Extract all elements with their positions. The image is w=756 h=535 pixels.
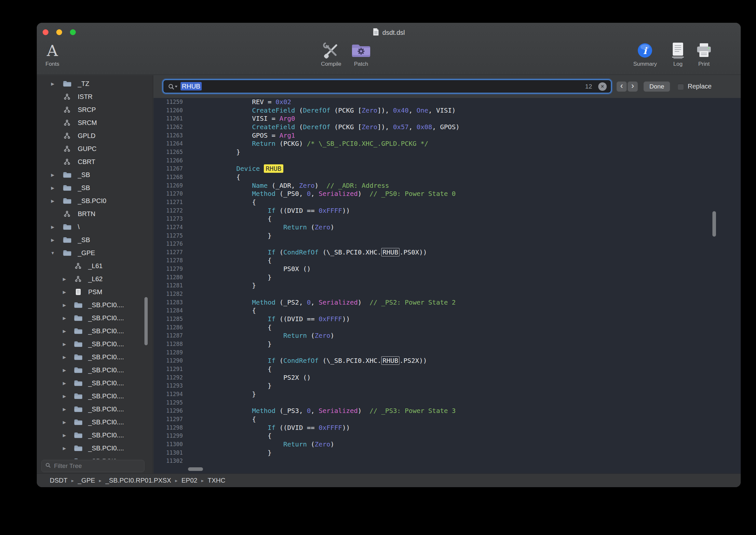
sidebar-item-sbpci0[interactable]: ▶_SB.PCI0.... [37, 363, 153, 377]
code-text: Return (Zero) [183, 440, 335, 449]
breadcrumb-item[interactable]: _SB.PCI0.RP01.PXSX [105, 477, 171, 484]
sidebar-item-sbpci0[interactable]: ▶_SB.PCI0.... [37, 377, 153, 389]
disclosure-collapsed-icon[interactable]: ▶ [62, 355, 68, 360]
editor-horizontal-scrollbar[interactable] [188, 467, 203, 471]
folder-icon [74, 393, 82, 399]
sidebar-item-srcp[interactable]: SRCP [37, 103, 153, 116]
sidebar-item-l61[interactable]: _L61 [37, 259, 153, 272]
fonts-button[interactable]: A Fonts [45, 42, 60, 67]
sidebar-item-srcm[interactable]: SRCM [37, 116, 153, 129]
line-number: 11278 [153, 256, 183, 265]
sidebar-item-root[interactable]: ▶\ [37, 220, 153, 233]
zoom-button[interactable] [70, 29, 76, 35]
filter-tree-input[interactable] [54, 463, 141, 469]
breadcrumb: DSDT▸_GPE▸_SB.PCI0.RP01.PXSX▸EP02▸TXHC [50, 477, 226, 484]
print-button[interactable]: Print [696, 42, 712, 67]
sidebar-item-sbpci0[interactable]: ▶_SB.PCI0.... [37, 298, 153, 311]
sidebar-item-sbpci0[interactable]: ▶_SB.PCI0.... [37, 311, 153, 324]
disclosure-collapsed-icon[interactable]: ▶ [62, 368, 68, 373]
disclosure-collapsed-icon[interactable]: ▶ [50, 238, 56, 242]
line-number: 11286 [153, 324, 183, 332]
patch-button[interactable]: Patch [351, 42, 371, 67]
sidebar-item-sbpci0[interactable]: ▶_SB.PCI0.... [37, 429, 153, 441]
sidebar-item-sbpci0[interactable]: ▶_SB.PCI0.... [37, 403, 153, 415]
disclosure-collapsed-icon[interactable]: ▶ [62, 342, 68, 347]
sidebar-item-sbpci0[interactable]: ▶_SB.PCI0.... [37, 337, 153, 351]
sidebar-item-sbpci0[interactable]: ▶_SB.PCI0.... [37, 441, 153, 455]
disclosure-collapsed-icon[interactable]: ▶ [62, 433, 68, 438]
sidebar-item-psm[interactable]: ▶PSM [37, 285, 153, 298]
code-line: 11282 [153, 290, 741, 298]
code-text: { [183, 415, 256, 424]
compile-button[interactable]: Compile [321, 42, 341, 67]
disclosure-collapsed-icon[interactable]: ▶ [50, 225, 56, 229]
disclosure-collapsed-icon[interactable]: ▶ [50, 81, 56, 86]
disclosure-collapsed-icon[interactable]: ▶ [62, 277, 68, 281]
sidebar-scrollbar[interactable] [145, 297, 148, 345]
sidebar-item-sb[interactable]: ▶_SB [37, 233, 153, 246]
disclosure-collapsed-icon[interactable]: ▶ [62, 459, 68, 460]
sidebar-item-label: _SB.PCI0.... [88, 444, 124, 452]
sidebar-item-sbpci0[interactable]: ▶_SB.PCI0.... [37, 351, 153, 363]
editor-vertical-scrollbar[interactable] [713, 211, 716, 237]
sidebar-item-sb[interactable]: ▶_SB [37, 181, 153, 194]
code-text: PS2X () [183, 374, 310, 382]
done-button[interactable]: Done [643, 81, 670, 92]
breadcrumb-item[interactable]: _GPE [78, 477, 95, 484]
sidebar-item-l62[interactable]: ▶_L62 [37, 272, 153, 285]
line-number: 11283 [153, 298, 183, 307]
line-number: 11269 [153, 182, 183, 190]
disclosure-collapsed-icon[interactable]: ▶ [62, 303, 68, 308]
sidebar-item-cbrt[interactable]: CBRT [37, 155, 153, 168]
line-number: 11297 [153, 415, 183, 424]
sidebar-item-label: _GPE [78, 249, 95, 257]
disclosure-collapsed-icon[interactable]: ▶ [50, 185, 56, 190]
disclosure-collapsed-icon[interactable]: ▶ [62, 290, 68, 295]
search-icon[interactable] [168, 83, 177, 90]
disclosure-collapsed-icon[interactable]: ▶ [62, 381, 68, 386]
line-number: 11285 [153, 315, 183, 324]
log-button[interactable]: Log [670, 42, 686, 67]
breadcrumb-item[interactable]: DSDT [50, 477, 68, 484]
filter-tree-field[interactable] [41, 460, 145, 472]
close-button[interactable] [42, 29, 48, 35]
disclosure-collapsed-icon[interactable]: ▶ [50, 173, 56, 177]
code-text: Method (_PS3, 0, Serialized) // _PS3: Po… [183, 407, 456, 415]
sidebar-item-sbpci0[interactable]: ▶_SB.PCI0.... [37, 415, 153, 429]
disclosure-expanded-icon[interactable]: ▼ [50, 251, 56, 255]
doc-icon [74, 289, 82, 296]
disclosure-collapsed-icon[interactable]: ▶ [62, 329, 68, 334]
code-editor[interactable]: 11259 REV = 0x0211260 CreateField (Deref… [153, 98, 741, 473]
sidebar-item-sb[interactable]: ▶_SB [37, 168, 153, 181]
breadcrumb-item[interactable]: TXHC [207, 477, 225, 484]
line-number: 11272 [153, 207, 183, 215]
sidebar-item-brtn[interactable]: BRTN [37, 207, 153, 220]
line-number: 11263 [153, 131, 183, 140]
sidebar-item-sbpci0[interactable]: ▶_SB.PCI0.... [37, 455, 153, 459]
minimize-button[interactable] [56, 29, 62, 35]
disclosure-collapsed-icon[interactable]: ▶ [62, 446, 68, 451]
search-input[interactable]: RHUB 12 × [163, 79, 611, 94]
disclosure-collapsed-icon[interactable]: ▶ [62, 316, 68, 321]
disclosure-collapsed-icon[interactable]: ▶ [50, 199, 56, 203]
find-next-button[interactable]: › [628, 81, 638, 92]
replace-checkbox[interactable] [677, 83, 684, 90]
clear-search-button[interactable]: × [598, 82, 607, 91]
sidebar-item-gupc[interactable]: GUPC [37, 142, 153, 155]
disclosure-collapsed-icon[interactable]: ▶ [62, 420, 68, 425]
sidebar-item-gpld[interactable]: GPLD [37, 129, 153, 142]
disclosure-collapsed-icon[interactable]: ▶ [62, 407, 68, 412]
sidebar-item-istr[interactable]: ISTR [37, 90, 153, 103]
sidebar-item-label: _SB.PCI0 [78, 197, 106, 205]
sidebar-item-tz[interactable]: ▶_TZ [37, 77, 153, 90]
code-line: 11302 [153, 457, 741, 465]
code-line: 11276 [153, 240, 741, 248]
sidebar-item-gpe[interactable]: ▼_GPE [37, 246, 153, 259]
sidebar-item-sbpci0[interactable]: ▶_SB.PCI0 [37, 194, 153, 207]
find-previous-button[interactable]: ‹ [616, 81, 627, 92]
breadcrumb-item[interactable]: EP02 [181, 477, 198, 484]
sidebar-item-sbpci0[interactable]: ▶_SB.PCI0.... [37, 324, 153, 337]
summary-button[interactable]: i Summary [634, 42, 657, 67]
sidebar-item-sbpci0[interactable]: ▶_SB.PCI0.... [37, 389, 153, 403]
disclosure-collapsed-icon[interactable]: ▶ [62, 394, 68, 399]
